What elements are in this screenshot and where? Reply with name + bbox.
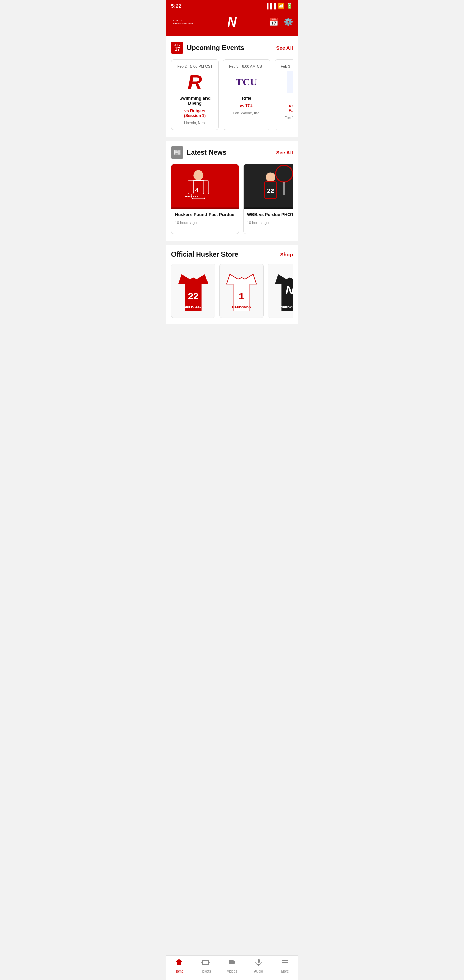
event-logo-0: R xyxy=(184,71,206,93)
status-icons: ▐▐▐ 📶 🔋 xyxy=(265,3,293,9)
calendar-day: 17 xyxy=(175,47,180,51)
store-header: Official Husker Store Shop xyxy=(171,250,293,258)
latest-news-title: Latest News xyxy=(187,149,227,156)
upcoming-events-header: JULY 17 Upcoming Events See All xyxy=(171,41,293,54)
news-time-1: 10 hours ago xyxy=(247,221,293,224)
main-content: JULY 17 Upcoming Events See All Feb 2 - … xyxy=(166,36,298,355)
event-location-0: Lincoln, Neb. xyxy=(184,121,206,125)
svg-point-10 xyxy=(193,170,203,180)
news-title-1: WBB vs Purdue PHOTOS xyxy=(247,212,293,218)
news-card-body-0: Huskers Pound Past Purdue 10 hours ago xyxy=(172,208,239,228)
svg-text:4: 4 xyxy=(195,187,198,194)
svg-text:NEBRASKA: NEBRASKA xyxy=(232,305,251,308)
event-location-1: Fort Wayne, Ind. xyxy=(233,111,261,115)
event-opponent-2: vs Alaska Fairbanks xyxy=(279,103,293,113)
svg-rect-5 xyxy=(288,71,293,93)
event-opponent-0: vs Rutgers (Session 1) xyxy=(176,108,214,118)
svg-rect-18 xyxy=(283,182,285,195)
event-card-2[interactable]: Feb 3 - 8:00 AM CST UAF Rifle vs Alaska … xyxy=(275,59,293,130)
upcoming-events-title: Upcoming Events xyxy=(187,44,244,52)
event-date-1: Feb 3 - 8:00 AM CST xyxy=(229,64,264,68)
latest-news-title-wrap: 📰 Latest News xyxy=(171,146,227,159)
status-time: 5:22 xyxy=(171,3,181,9)
news-card-body-1: WBB vs Purdue PHOTOS 10 hours ago xyxy=(243,208,293,228)
event-date-0: Feb 2 - 5:00 PM CST xyxy=(177,64,213,68)
upcoming-events-see-all[interactable]: See All xyxy=(276,45,293,51)
latest-news-section: 📰 Latest News See All 4 HUSKERS xyxy=(166,141,298,241)
latest-news-see-all[interactable]: See All xyxy=(276,150,293,156)
event-logo-2: UAF xyxy=(288,71,293,93)
event-card-1[interactable]: Feb 3 - 8:00 AM CST TCU Rifle vs TCU For… xyxy=(223,59,270,130)
svg-text:N: N xyxy=(227,15,237,29)
events-scroll[interactable]: Feb 2 - 5:00 PM CST R Swimming and Divin… xyxy=(171,59,293,131)
store-section: Official Husker Store Shop 22 NEBRASKA xyxy=(166,245,298,324)
svg-text:NEBRASKA: NEBRASKA xyxy=(280,305,293,308)
signal-icon: ▐▐▐ xyxy=(265,3,276,9)
calendar-section-icon: JULY 17 xyxy=(171,41,183,54)
news-scroll[interactable]: 4 HUSKERS Huskers Pound Past Purdue 10 h… xyxy=(171,164,293,235)
event-sport-0: Swimming and Diving xyxy=(176,95,214,106)
settings-icon[interactable]: ⚙️ xyxy=(284,18,293,27)
calendar-header-icon[interactable]: 📅 xyxy=(269,18,278,27)
news-image-1: 22 xyxy=(243,164,293,208)
upcoming-events-section: JULY 17 Upcoming Events See All Feb 2 - … xyxy=(166,36,298,137)
svg-text:TCU: TCU xyxy=(236,76,257,88)
news-card-0[interactable]: 4 HUSKERS Huskers Pound Past Purdue 10 h… xyxy=(171,164,239,234)
svg-point-19 xyxy=(266,172,275,182)
event-location-2: Fort Wayne, Ind. xyxy=(285,116,293,120)
event-sport-1: Rifle xyxy=(242,95,251,101)
latest-news-header: 📰 Latest News See All xyxy=(171,146,293,159)
upcoming-events-title-wrap: JULY 17 Upcoming Events xyxy=(171,41,244,54)
battery-icon: 🔋 xyxy=(286,3,293,9)
news-title-0: Huskers Pound Past Purdue xyxy=(175,212,235,218)
event-date-2: Feb 3 - 8:00 AM CST xyxy=(281,64,293,68)
news-image-0: 4 HUSKERS xyxy=(172,164,239,208)
svg-text:22: 22 xyxy=(267,188,274,194)
header-logo: EAKES OFFICE SOLUTIONS xyxy=(171,18,195,26)
nebraska-n-logo: N xyxy=(224,14,240,30)
news-section-icon: 📰 xyxy=(171,146,183,159)
svg-rect-14 xyxy=(189,180,194,194)
event-logo-1: TCU xyxy=(236,71,257,93)
svg-text:HUSKERS: HUSKERS xyxy=(185,195,198,198)
store-item-2[interactable]: N NEBRASKA xyxy=(268,264,293,318)
event-card-0[interactable]: Feb 2 - 5:00 PM CST R Swimming and Divin… xyxy=(171,59,219,130)
svg-text:NEBRASKA: NEBRASKA xyxy=(184,305,203,308)
sponsor-logo: EAKES OFFICE SOLUTIONS xyxy=(171,18,195,26)
svg-rect-15 xyxy=(203,180,208,194)
store-item-1[interactable]: 1 NEBRASKA xyxy=(219,264,264,318)
calendar-month: JULY xyxy=(174,44,180,46)
header-actions: 📅 ⚙️ xyxy=(269,18,293,27)
store-item-0[interactable]: 22 NEBRASKA xyxy=(171,264,215,318)
event-opponent-1: vs TCU xyxy=(240,103,253,108)
news-time-0: 10 hours ago xyxy=(175,221,235,224)
shop-link[interactable]: Shop xyxy=(280,251,293,257)
header: EAKES OFFICE SOLUTIONS N 📅 ⚙️ xyxy=(166,11,298,36)
wifi-icon: 📶 xyxy=(278,3,284,9)
svg-text:1: 1 xyxy=(239,291,244,301)
svg-text:22: 22 xyxy=(188,291,199,301)
store-title: Official Husker Store xyxy=(171,250,238,258)
svg-text:N: N xyxy=(285,283,293,297)
store-scroll[interactable]: 22 NEBRASKA 1 NEBRASKA N NEB xyxy=(171,264,293,318)
news-card-1[interactable]: 22 WBB vs Purdue PHOTOS 10 hours ago xyxy=(243,164,293,234)
status-bar: 5:22 ▐▐▐ 📶 🔋 xyxy=(166,0,298,11)
svg-text:R: R xyxy=(188,71,202,93)
